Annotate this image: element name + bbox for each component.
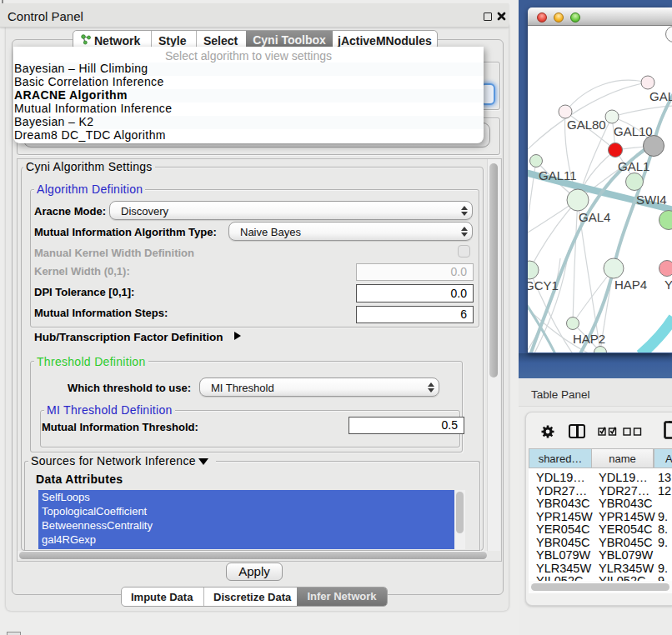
svg-text:GAL7: GAL7 — [649, 89, 672, 103]
svg-text:GAL10: GAL10 — [614, 124, 653, 138]
svg-text:GAL80: GAL80 — [567, 118, 606, 132]
svg-text:GAL11: GAL11 — [539, 168, 577, 182]
svg-text:GCY1: GCY1 — [528, 278, 559, 292]
svg-text:GAL1: GAL1 — [618, 159, 649, 173]
svg-text:HAP2: HAP2 — [573, 332, 605, 346]
svg-text:YM: YM — [664, 278, 672, 292]
svg-text:SWI4: SWI4 — [636, 192, 667, 207]
svg-text:HAP4: HAP4 — [614, 278, 647, 292]
svg-text:GAL4: GAL4 — [579, 210, 610, 224]
